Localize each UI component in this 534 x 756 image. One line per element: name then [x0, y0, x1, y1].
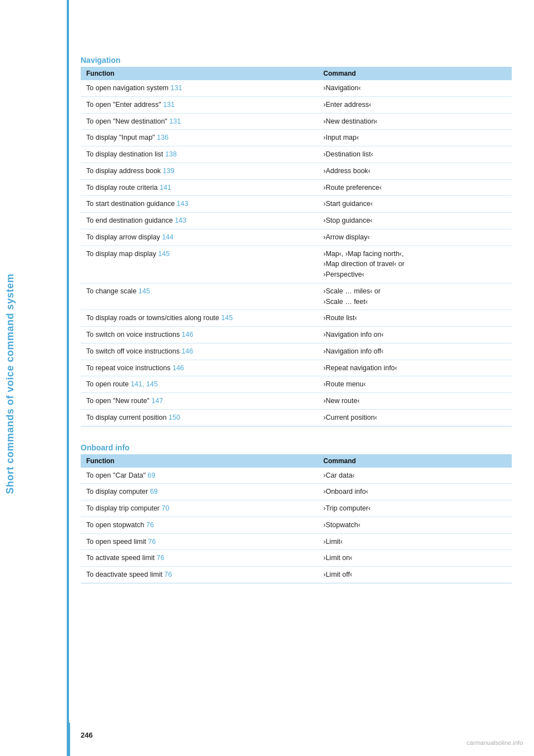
navigation-table: Function Command To open navigation syst…	[81, 67, 512, 426]
onboard-info-title: Onboard info	[81, 443, 512, 452]
function-cell: To end destination guidance 143	[81, 213, 318, 229]
function-text: To open speed limit	[86, 538, 148, 546]
function-cell: To display map display 145	[81, 246, 318, 283]
table-row: To display roads or towns/cities along r…	[81, 310, 512, 327]
function-cell: To repeat voice instructions 146	[81, 360, 318, 376]
function-text: To open "Enter address"	[86, 101, 163, 109]
page-ref: 141	[160, 184, 171, 192]
table-row: To deactivate speed limit 76›Limit off‹	[81, 567, 512, 583]
command-cell: ›Navigation‹	[318, 80, 512, 96]
page-ref: 144	[162, 233, 174, 241]
page-ref: 76	[148, 538, 156, 546]
function-cell: To start destination guidance 143	[81, 196, 318, 213]
table-row: To display arrow display 144›Arrow displ…	[81, 229, 512, 246]
function-text: To display current position	[86, 414, 169, 421]
table-row: To open "Car Data" 69›Car data‹	[81, 468, 512, 484]
function-text: To open "New route"	[86, 397, 151, 405]
command-cell: ›Destination list‹	[318, 146, 512, 163]
command-cell: ›Repeat navigation info‹	[318, 360, 512, 376]
function-text: To start destination guidance	[86, 200, 177, 208]
page-num-bar	[67, 723, 70, 756]
function-cell: To display trip computer 70	[81, 500, 318, 517]
command-cell: ›Navigation info off‹	[318, 343, 512, 360]
command-cell: ›Limit‹	[318, 533, 512, 550]
function-cell: To switch off voice instructions 146	[81, 343, 318, 360]
function-text: To display "Input map"	[86, 134, 157, 141]
table-row: To display trip computer 70›Trip compute…	[81, 500, 512, 517]
command-cell: ›Route list‹	[318, 310, 512, 327]
page-ref: 76	[156, 554, 164, 562]
function-cell: To activate speed limit 76	[81, 550, 318, 567]
function-text: To activate speed limit	[86, 554, 156, 562]
page-ref: 76	[146, 521, 154, 529]
command-cell: ›Scale … miles‹ or›Scale … feet‹	[318, 283, 512, 310]
page-ref: 150	[169, 414, 180, 421]
function-cell: To display arrow display 144	[81, 229, 318, 246]
page-ref: 138	[165, 150, 177, 158]
table-row: To open stopwatch 76›Stopwatch‹	[81, 517, 512, 533]
function-text: To display address book	[86, 167, 163, 175]
command-cell: ›Current position‹	[318, 409, 512, 426]
table-row: To switch on voice instructions 146›Navi…	[81, 327, 512, 343]
blue-bar	[67, 0, 69, 756]
command-cell: ›Address book‹	[318, 163, 512, 179]
page-ref: 145	[221, 314, 233, 322]
table-row: To repeat voice instructions 146›Repeat …	[81, 360, 512, 376]
onboard-info-table: Function Command To open "Car Data" 69›C…	[81, 454, 512, 583]
navigation-title: Navigation	[81, 56, 512, 65]
page-ref: 146	[181, 347, 193, 355]
page-ref: 70	[161, 504, 169, 512]
function-text: To display route criteria	[86, 184, 160, 192]
table-row: To open "New route" 147›New route‹	[81, 393, 512, 410]
watermark: carmanualsoline.info	[467, 739, 523, 746]
table-row: To display route criteria 141›Route pref…	[81, 179, 512, 196]
page-ref: 69	[150, 488, 158, 495]
function-text: To switch on voice instructions	[86, 331, 182, 338]
page-ref: 131	[169, 117, 181, 125]
sidebar-label: Short commands of voice command system	[4, 273, 16, 494]
command-cell: ›New route‹	[318, 393, 512, 410]
command-cell: ›New destination‹	[318, 113, 512, 130]
function-cell: To open stopwatch 76	[81, 517, 318, 533]
function-text: To deactivate speed limit	[86, 571, 164, 578]
function-text: To open route	[86, 380, 131, 388]
page-ref: 131	[170, 84, 182, 92]
function-cell: To open route 141, 145	[81, 376, 318, 393]
table-row: To switch off voice instructions 146›Nav…	[81, 343, 512, 360]
table-row: To display destination list 138›Destinat…	[81, 146, 512, 163]
command-cell: ›Limit off‹	[318, 567, 512, 583]
table-row: To open "Enter address" 131›Enter addres…	[81, 96, 512, 113]
onboard-info-section: Onboard info Function Command To open "C…	[81, 443, 512, 583]
page-ref: 69	[147, 472, 155, 479]
function-cell: To open navigation system 131	[81, 80, 318, 96]
table-row: To start destination guidance 143›Start …	[81, 196, 512, 213]
command-cell: ›Start guidance‹	[318, 196, 512, 213]
function-text: To repeat voice instructions	[86, 364, 172, 372]
page-ref: 146	[172, 364, 184, 372]
function-cell: To display computer 69	[81, 484, 318, 500]
table-row: To display address book 139›Address book…	[81, 163, 512, 179]
table-row: To open route 141, 145›Route menu‹	[81, 376, 512, 393]
function-cell: To display "Input map" 136	[81, 130, 318, 146]
function-text: To open "New destination"	[86, 117, 169, 125]
nav-table-header-row: Function Command	[81, 67, 512, 80]
function-cell: To display roads or towns/cities along r…	[81, 310, 318, 327]
page-ref: 136	[157, 134, 169, 141]
table-row: To display computer 69›Onboard info‹	[81, 484, 512, 500]
function-text: To open navigation system	[86, 84, 170, 92]
page-ref: 145	[139, 287, 150, 295]
function-text: To display computer	[86, 488, 150, 495]
function-text: To display destination list	[86, 150, 165, 158]
table-row: To end destination guidance 143›Stop gui…	[81, 213, 512, 229]
page-container: Short commands of voice command system N…	[0, 0, 534, 756]
function-cell: To display route criteria 141	[81, 179, 318, 196]
function-text: To open "Car Data"	[86, 472, 147, 479]
command-cell: ›Route preference‹	[318, 179, 512, 196]
function-text: To display roads or towns/cities along r…	[86, 314, 221, 322]
command-cell: ›Input map‹	[318, 130, 512, 146]
nav-header-function: Function	[81, 67, 318, 80]
page-ref: 76	[164, 571, 172, 578]
nav-header-command: Command	[318, 67, 512, 80]
navigation-section: Navigation Function Command To open navi…	[81, 56, 512, 426]
onboard-header-function: Function	[81, 454, 318, 468]
